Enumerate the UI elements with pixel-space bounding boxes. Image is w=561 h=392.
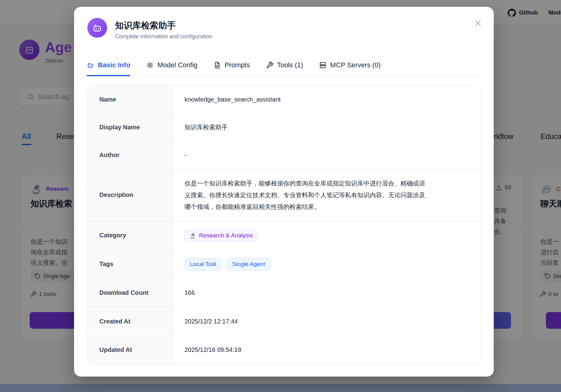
category-badge-label: Research & Analysis <box>199 232 253 239</box>
field-label: Updated At <box>87 336 173 364</box>
modal-title: 知识库检索助手 <box>115 20 176 31</box>
tag-pill: Local Tool <box>185 258 221 270</box>
field-value: 知识库检索助手 <box>173 114 481 141</box>
field-label: Display Name <box>87 114 173 141</box>
tab-label: Tools (1) <box>277 61 303 69</box>
field-label: Description <box>87 169 173 221</box>
tab-prompts[interactable]: Prompts <box>214 56 250 76</box>
category-badge: Research & Analysis <box>185 230 257 241</box>
document-icon <box>214 61 221 69</box>
field-label: Author <box>87 141 173 169</box>
field-value: 2025/12/2 12:17:44 <box>173 307 481 336</box>
table-row-description: Description 你是一个知识库检索助手，能够根据你的查询在全库或指定知识… <box>87 169 481 221</box>
field-label: Created At <box>87 307 173 336</box>
tab-model-config[interactable]: Model Config <box>146 56 197 76</box>
close-icon <box>473 19 483 28</box>
basic-info-table: Name knowledge_base_search_assistant Dis… <box>87 85 481 364</box>
tab-label: MCP Servers (0) <box>330 61 380 69</box>
tab-tools[interactable]: Tools (1) <box>266 56 303 76</box>
modal-tabbar: Basic Info Model Config Prompts Tools (1… <box>87 56 481 76</box>
table-row-name: Name knowledge_base_search_assistant <box>87 85 481 113</box>
tag-pill: Single Agent <box>227 258 270 270</box>
field-label: Category <box>87 221 173 250</box>
server-icon <box>319 61 326 69</box>
table-row-updated-at: Updated At 2025/12/16 09:54:19 <box>87 336 481 364</box>
field-value: knowledge_base_search_assistant <box>173 85 481 113</box>
tab-label: Prompts <box>225 61 250 69</box>
field-value: 2025/12/16 09:54:19 <box>173 336 481 364</box>
field-label: Name <box>87 85 173 113</box>
field-value: - <box>173 141 481 169</box>
agent-avatar <box>87 18 107 38</box>
field-value: Research & Analysis <box>173 221 481 250</box>
table-row-tags: Tags Local Tool Single Agent <box>87 250 481 278</box>
robot-icon <box>87 61 94 69</box>
table-row-author: Author - <box>87 141 481 169</box>
robot-icon <box>92 23 102 33</box>
table-row-category: Category Research & Analysis <box>87 221 481 250</box>
microscope-icon <box>189 232 196 239</box>
agent-detail-modal: 知识库检索助手 Complete information and configu… <box>74 7 494 377</box>
table-row-display-name: Display Name 知识库检索助手 <box>87 113 481 141</box>
description-text: 你是一个知识库检索助手，能够根据你的查询在全库或指定知识库中进行混合、精确或语义… <box>185 177 428 213</box>
table-row-download-count: Download Count 166 <box>87 278 481 307</box>
tab-mcp-servers[interactable]: MCP Servers (0) <box>319 56 380 76</box>
field-value: Local Tool Single Agent <box>173 250 481 278</box>
field-value: 166 <box>173 278 481 307</box>
tab-basic-info[interactable]: Basic Info <box>87 56 130 76</box>
tab-label: Basic Info <box>98 61 130 69</box>
field-label: Download Count <box>87 278 173 307</box>
modal-subtitle: Complete information and configuration <box>115 33 212 40</box>
gear-icon <box>146 61 154 69</box>
tab-label: Model Config <box>157 61 197 69</box>
field-value: 你是一个知识库检索助手，能够根据你的查询在全库或指定知识库中进行混合、精确或语义… <box>173 169 481 221</box>
field-label: Tags <box>87 250 173 278</box>
close-button[interactable] <box>473 18 483 28</box>
table-row-created-at: Created At 2025/12/2 12:17:44 <box>87 307 481 336</box>
wrench-icon <box>266 61 273 69</box>
